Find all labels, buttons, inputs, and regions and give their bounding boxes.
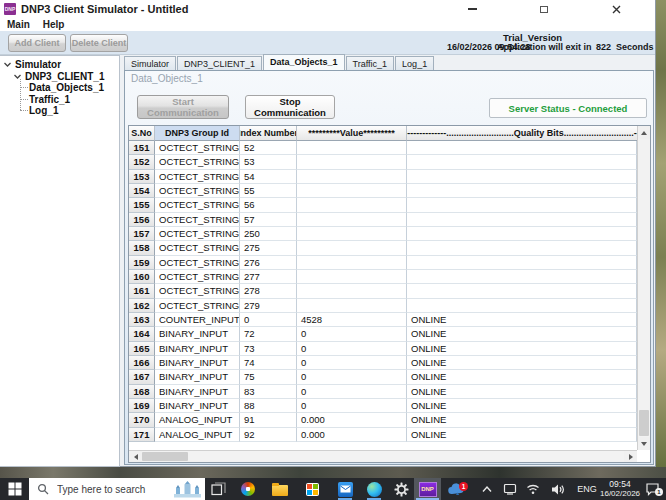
cell-sno: 169 [129, 399, 155, 413]
tree-item-traffic-1[interactable]: Traffic_1 [29, 94, 70, 105]
table-row[interactable]: 166BINARY_INPUT740ONLINE [129, 356, 637, 370]
tray-language-indicator[interactable]: ENG [574, 478, 600, 500]
table-row[interactable]: 169BINARY_INPUT880ONLINE [129, 399, 637, 413]
cell-value: 0 [297, 385, 407, 399]
table-row[interactable]: 164BINARY_INPUT720ONLINE [129, 327, 637, 341]
tray-wifi-button[interactable] [522, 478, 544, 500]
table-row[interactable]: 170ANALOG_INPUT910.000ONLINE [129, 413, 637, 427]
table-header: S.No DNP3 Group Id Index Number ********… [129, 126, 637, 141]
table-row[interactable]: 154OCTECT_STRING55 [129, 184, 637, 198]
menu-main[interactable]: Main [7, 19, 30, 30]
tree-item-dnp3-client-1[interactable]: DNP3_CLIENT_1 [13, 71, 104, 82]
search-input[interactable] [55, 483, 174, 496]
scroll-up-arrow[interactable] [638, 126, 650, 139]
scroll-left-arrow[interactable] [129, 451, 142, 462]
tab-log-1[interactable]: Log_1 [395, 56, 434, 70]
table-row[interactable]: 153OCTECT_STRING54 [129, 170, 637, 184]
table-row[interactable]: 159OCTECT_STRING276 [129, 256, 637, 270]
tab-simulator[interactable]: Simulator [124, 56, 176, 70]
tab-data-objects-1[interactable]: Data_Objects_1 [263, 54, 345, 70]
cell-group-id: OCTECT_STRING [155, 241, 240, 255]
minimize-button[interactable] [462, 1, 482, 17]
cell-sno: 153 [129, 170, 155, 184]
cell-quality: ONLINE [407, 342, 637, 356]
cell-value: 0.000 [297, 413, 407, 427]
cell-quality: ONLINE [407, 413, 637, 427]
weather-cloud-button[interactable]: 1 [443, 478, 469, 500]
table-row[interactable]: 167BINARY_INPUT750ONLINE [129, 370, 637, 384]
close-button[interactable] [606, 1, 626, 17]
table-row[interactable]: 151OCTECT_STRING52 [129, 141, 637, 155]
tree-item-simulator[interactable]: Simulator [3, 59, 61, 70]
chevron-down-icon[interactable] [3, 60, 12, 69]
cell-value: 0 [297, 356, 407, 370]
toolbar: Add Client Delete Client Trial_Version 1… [0, 31, 655, 55]
scroll-right-arrow[interactable] [624, 451, 637, 462]
table-row[interactable]: 157OCTECT_STRING250 [129, 227, 637, 241]
action-center-button[interactable]: 1 [641, 478, 665, 500]
tree-item-log-1[interactable]: Log_1 [29, 105, 58, 116]
scroll-down-arrow[interactable] [638, 437, 650, 450]
tray-show-hidden-icons[interactable] [477, 478, 497, 500]
cell-sno: 171 [129, 428, 155, 442]
cell-quality: ONLINE [407, 370, 637, 384]
cell-group-id: OCTECT_STRING [155, 213, 240, 227]
delete-client-button[interactable]: Delete Client [70, 34, 128, 52]
start-button[interactable] [1, 478, 28, 500]
table-row[interactable]: 165BINARY_INPUT730ONLINE [129, 342, 637, 356]
table-row[interactable]: 158OCTECT_STRING275 [129, 241, 637, 255]
file-explorer-button[interactable] [267, 478, 293, 500]
ms-app-button[interactable] [299, 478, 325, 500]
maximize-button[interactable] [534, 1, 554, 17]
tray-clock[interactable]: 09:54 16/02/2026 [600, 479, 640, 499]
cell-sno: 152 [129, 155, 155, 169]
horizontal-scrollbar[interactable] [129, 450, 637, 462]
cell-sno: 162 [129, 299, 155, 313]
tab-traffic-1[interactable]: Traffic_1 [346, 56, 395, 70]
tab-dnp3-client-1[interactable]: DNP3_CLIENT_1 [177, 56, 262, 70]
cell-quality [407, 184, 637, 198]
tray-volume-button[interactable] [547, 478, 569, 500]
widgets-app-button[interactable] [235, 478, 261, 500]
stop-communication-button[interactable]: Stop Communication [245, 95, 335, 119]
cell-group-id: OCTECT_STRING [155, 284, 240, 298]
table-row[interactable]: 161OCTECT_STRING278 [129, 284, 637, 298]
table-row[interactable]: 152OCTECT_STRING53 [129, 155, 637, 169]
table-row[interactable]: 168BINARY_INPUT830ONLINE [129, 385, 637, 399]
cell-index: 74 [240, 356, 297, 370]
dnp3-simulator-taskbar-button[interactable]: DNP [414, 478, 441, 500]
add-client-button[interactable]: Add Client [8, 34, 66, 52]
cell-quality [407, 198, 637, 212]
task-view-button[interactable] [205, 478, 231, 500]
server-status-button[interactable]: Server Status - Connected [489, 98, 647, 118]
tray-device-button[interactable] [499, 478, 521, 500]
cell-value [297, 270, 407, 284]
edge-browser-button[interactable] [361, 478, 387, 500]
cell-value [297, 155, 407, 169]
cell-index: 72 [240, 327, 297, 341]
tab-strip: SimulatorDNP3_CLIENT_1Data_Objects_1Traf… [124, 55, 654, 70]
cell-group-id: BINARY_INPUT [155, 356, 240, 370]
horizontal-scrollbar-thumb[interactable] [142, 452, 188, 461]
vertical-scrollbar-thumb[interactable] [639, 410, 649, 436]
start-communication-button[interactable]: Start Communication [137, 95, 229, 119]
settings-button[interactable] [388, 478, 414, 500]
tree-panel: Simulator DNP3_CLIENT_1 Data_Objects_1 T… [0, 55, 120, 467]
cell-group-id: OCTECT_STRING [155, 270, 240, 284]
table-row[interactable]: 156OCTECT_STRING57 [129, 213, 637, 227]
table-row[interactable]: 162OCTECT_STRING279 [129, 299, 637, 313]
exit-seconds-unit: Seconds [616, 42, 654, 52]
cell-index: 56 [240, 198, 297, 212]
table-row[interactable]: 155OCTECT_STRING56 [129, 198, 637, 212]
taskbar-search[interactable] [29, 478, 205, 500]
vertical-scrollbar[interactable] [637, 126, 650, 450]
tree-item-data-objects-1[interactable]: Data_Objects_1 [29, 82, 104, 93]
table-row[interactable]: 163COUNTER_INPUT04528ONLINE [129, 313, 637, 327]
table-row[interactable]: 160OCTECT_STRING277 [129, 270, 637, 284]
minimize-icon [468, 8, 477, 10]
mail-app-button[interactable] [332, 478, 358, 500]
cell-sno: 159 [129, 256, 155, 270]
table-row[interactable]: 171ANALOG_INPUT920.000ONLINE [129, 428, 637, 442]
menu-help[interactable]: Help [43, 19, 65, 30]
cell-sno: 157 [129, 227, 155, 241]
